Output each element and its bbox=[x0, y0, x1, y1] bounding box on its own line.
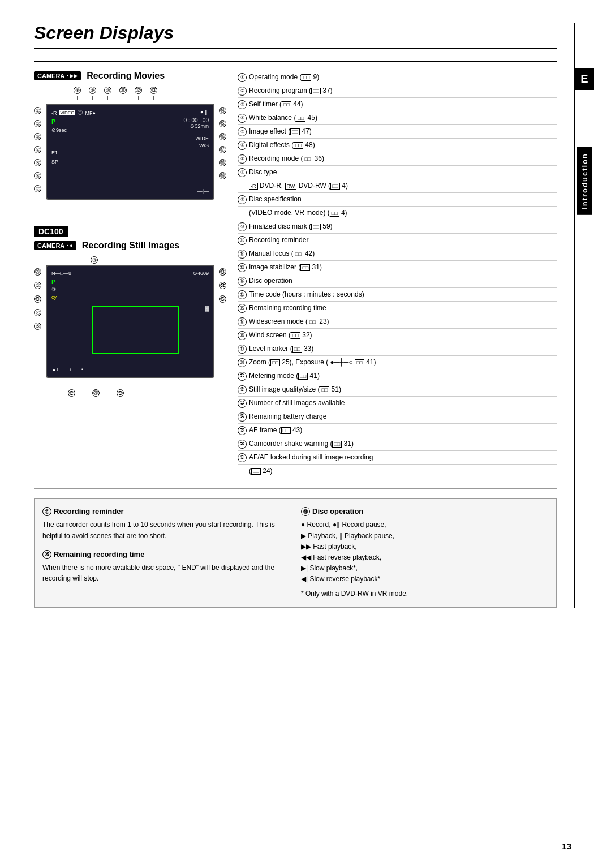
right-callouts-movie: ⑭ ⑮ ⑯ ⑰ ⑱ ⑲ bbox=[219, 104, 226, 179]
introduction-label: Introduction bbox=[577, 147, 592, 215]
ref-item-8-sub: -R DVD-R, RW DVD-RW (□□ 4) bbox=[238, 179, 557, 193]
ref-item-14: ⑭ Disc operation bbox=[238, 274, 557, 288]
ref-item-27-sub: (□□ 24) bbox=[238, 465, 557, 478]
ref-item-4: ④ White balance (□□ 45) bbox=[238, 111, 557, 125]
ref-item-2: ② Recording program (□□ 37) bbox=[238, 84, 557, 98]
ref-item-17: ⑰ Widescreen mode (□□ 23) bbox=[238, 315, 557, 329]
e-tab: E bbox=[575, 68, 594, 90]
note-14: ⑭ Disc operation ● Record, ●‖ Record pau… bbox=[301, 506, 548, 599]
left-callouts-still: ⑳ ② ㉑ ④ ⑤ bbox=[34, 265, 41, 330]
ref-item-19: ⑲ Level marker (□□ 33) bbox=[238, 342, 557, 356]
ref-item-13: ⑬ Image stabilizer (□□ 31) bbox=[238, 261, 557, 274]
reference-list-col: ① Operating mode (□□ 9) ② Recording prog… bbox=[238, 71, 557, 477]
ref-item-15: ⑮ Time code (hours : minutes : seconds) bbox=[238, 288, 557, 302]
right-sidebar: E Introduction bbox=[574, 23, 594, 608]
ref-item-8: ⑧ Disc type bbox=[238, 166, 557, 179]
ref-item-21: ㉑ Metering mode (□□ 41) bbox=[238, 369, 557, 383]
still-screen: N—□—ū ⊙4609 P ③ cy ▓ bbox=[46, 265, 214, 378]
model-badge: DC100 bbox=[34, 226, 68, 237]
ref-item-26: ㉖ Camcorder shake warning (□□ 31) bbox=[238, 437, 557, 451]
left-callouts-movie: ① ② ③ ④ ⑤ ⑥ ⑦ bbox=[34, 104, 41, 192]
page-title: Screen Displays bbox=[34, 23, 557, 49]
ref-item-9: ⑨ Disc specification bbox=[238, 193, 557, 207]
ref-item-27: ㉗ AF/AE locked during still image record… bbox=[238, 451, 557, 465]
ref-item-12: ⑫ Manual focus (□□ 42) bbox=[238, 247, 557, 261]
ref-item-10: ⑩ Finalized disc mark (□□ 59) bbox=[238, 220, 557, 234]
movie-screen-wrapper: ⑧ ⑨ ⑩ ⑪ ⑫ ⑬ | | | | | bbox=[34, 87, 226, 209]
ref-item-16: ⑯ Remaining recording time bbox=[238, 302, 557, 315]
ref-item-25: ㉕ AF frame (□□ 43) bbox=[238, 424, 557, 437]
bottom-notes: ⑪ Recording reminder The camcorder count… bbox=[34, 498, 557, 607]
page-number: 13 bbox=[562, 841, 571, 851]
ref-item-18: ⑱ Wind screen (□□ 32) bbox=[238, 329, 557, 342]
ref-item-6: ⑥ Digital effects (□□ 48) bbox=[238, 139, 557, 152]
ref-item-5: ⑤ Image effect (□□ 47) bbox=[238, 125, 557, 139]
ref-item-11: ⑪ Recording reminder bbox=[238, 234, 557, 247]
section1-title: Recording Movies bbox=[87, 71, 165, 81]
section1-header: CAMERA · ▶▶ Recording Movies bbox=[34, 71, 226, 81]
note-11: ⑪ Recording reminder The camcorder count… bbox=[42, 506, 290, 599]
ref-item-20: ⑳ Zoom (□□ 25), Exposure ( ●─┼─○ □□ 41) bbox=[238, 356, 557, 369]
movie-screen: -R VIDEO ⓕ MF● ● ‖ P 0 : 00 : 00 bbox=[46, 104, 214, 200]
camera-badge-movie: CAMERA · ▶▶ bbox=[34, 71, 81, 80]
top-callouts-movie: ⑧ ⑨ ⑩ ⑪ ⑫ ⑬ bbox=[74, 87, 226, 94]
ref-item-7: ⑦ Recording mode (□□ 36) bbox=[238, 152, 557, 166]
right-callouts-still: ㉓ ㉔ ㉕ bbox=[219, 265, 226, 303]
af-frame bbox=[92, 306, 179, 354]
note11-body: The camcorder counts from 1 to 10 second… bbox=[42, 519, 290, 541]
section2-header: CAMERA · ● Recording Still Images bbox=[34, 240, 226, 251]
note16-body: When there is no more available disc spa… bbox=[42, 562, 290, 584]
ref-item-3: ③ Self timer (□□ 44) bbox=[238, 98, 557, 111]
camera-badge-still: CAMERA · ● bbox=[34, 241, 76, 250]
ref-item-23: ㉓ Number of still images available bbox=[238, 397, 557, 410]
ref-item-9-sub: (VIDEO mode, VR mode) (□□ 4) bbox=[238, 207, 557, 220]
ref-item-1: ① Operating mode (□□ 9) bbox=[238, 71, 557, 84]
still-screen-wrapper: ③ ⑳ ② ㉑ ④ ⑤ N bbox=[34, 256, 226, 397]
reference-list: ① Operating mode (□□ 9) ② Recording prog… bbox=[238, 71, 557, 477]
ref-item-24: ㉔ Remaining battery charge bbox=[238, 410, 557, 424]
ref-item-22: ㉒ Still image quality/size (□□ 51) bbox=[238, 383, 557, 397]
section2-title: Recording Still Images bbox=[82, 240, 179, 251]
note14-body: ● Record, ●‖ Record pause, ▶ Playback, ‖… bbox=[301, 519, 548, 599]
